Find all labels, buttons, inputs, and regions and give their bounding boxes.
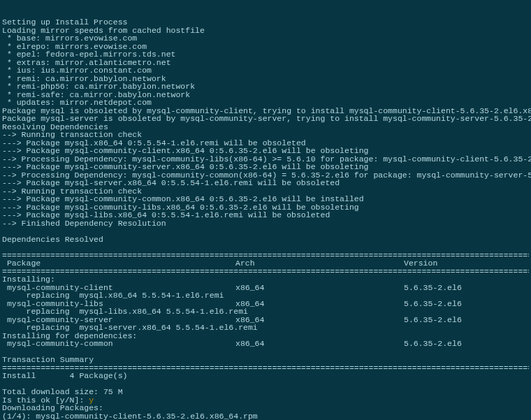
terminal-line: ---> Package mysql-server.x86_64 0:5.5.5… xyxy=(2,179,529,187)
terminal-line: Dependencies Resolved xyxy=(2,236,529,244)
terminal-line xyxy=(2,227,529,236)
terminal-line: ---> Package mysql-community-client.x86_… xyxy=(2,147,529,155)
terminal-line: * remi-php56: ca.mirror.babylon.network xyxy=(2,82,529,91)
terminal-line xyxy=(2,243,529,252)
package-row: mysql-community-commonx86_645.6.35-2.el6 xyxy=(2,340,529,348)
terminal-line: Installing: xyxy=(2,275,529,284)
terminal-line: replacing mysql-libs.x86_64 5.5.54-1.el6… xyxy=(2,307,529,316)
terminal-line: ---> Package mysql-community-common.x86_… xyxy=(2,195,529,203)
table-header: PackageArchVersion xyxy=(2,259,529,268)
terminal-line: ---> Package mysql-libs.x86_64 0:5.5.54-… xyxy=(2,211,529,219)
terminal-line: * ius: ius.mirror.constant.com xyxy=(2,66,529,75)
terminal-line: * updates: mirror.netdepot.com xyxy=(2,99,529,107)
terminal-line: Install 4 Package(s) xyxy=(2,372,529,380)
terminal-line: Package mysql-server is obsoleted by mys… xyxy=(2,115,529,123)
terminal-line: replacing mysql-server.x86_64 5.5.54-1.e… xyxy=(2,324,529,332)
terminal-line: * epel: fedora-epel.mirrors.tds.net xyxy=(2,50,529,59)
terminal-line: Setting up Install Process xyxy=(2,18,529,27)
terminal-line: --> Running transaction check xyxy=(2,131,529,139)
terminal-line: ---> Package mysql-community-server.x86_… xyxy=(2,163,529,171)
separator: ========================================… xyxy=(2,268,529,276)
terminal-line: --> Finished Dependency Resolution xyxy=(2,219,529,228)
terminal-line: * base: mirrors.evowise.com xyxy=(2,34,529,43)
terminal-line: replacing mysql.x86_64 5.5.54-1.el6.remi xyxy=(2,291,529,300)
separator: ========================================… xyxy=(2,252,529,260)
terminal-line: Transaction Summary xyxy=(2,356,529,364)
terminal-line: Downloading Packages: xyxy=(2,404,529,412)
terminal-output: Setting up Install ProcessLoading mirror… xyxy=(2,18,529,420)
